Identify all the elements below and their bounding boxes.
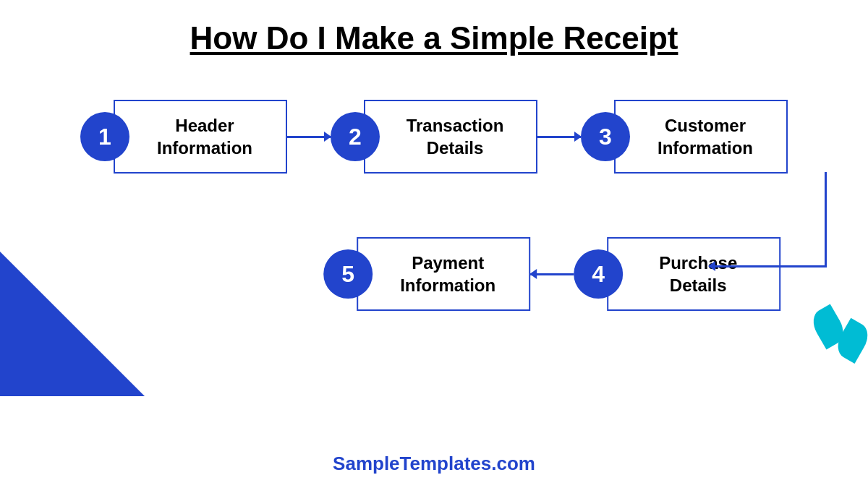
step-circle-3: 3 xyxy=(581,112,630,161)
step-box-1: HeaderInformation xyxy=(114,100,287,174)
step-circle-2: 2 xyxy=(331,112,380,161)
main-title: How Do I Make a Simple Receipt xyxy=(0,20,868,56)
step-box-5: PaymentInformation xyxy=(357,237,530,311)
step-group-5: 5 PaymentInformation xyxy=(323,237,530,311)
diagram: 1 HeaderInformation 2 TransactionDetails… xyxy=(0,78,868,396)
step-label-1: HeaderInformation xyxy=(157,114,252,159)
blue-triangle-decoration xyxy=(0,252,145,396)
step-group-1: 1 HeaderInformation xyxy=(80,100,287,174)
step-label-4: PurchaseDetails xyxy=(659,252,737,296)
bottom-row: 5 PaymentInformation 4 PurchaseDetails xyxy=(306,237,798,311)
step-circle-4: 4 xyxy=(574,249,623,299)
step-box-3: CustomerInformation xyxy=(614,100,788,174)
top-row: 1 HeaderInformation 2 TransactionDetails… xyxy=(54,100,814,174)
step-box-4: PurchaseDetails xyxy=(607,237,780,311)
footer: SampleTemplates.com xyxy=(0,453,868,475)
step-group-2: 2 TransactionDetails xyxy=(331,100,537,174)
teal-leaf-decoration xyxy=(820,305,846,382)
h-connector-3-4 xyxy=(709,265,827,267)
step-circle-5: 5 xyxy=(323,249,373,299)
footer-text: SampleTemplates.com xyxy=(333,453,535,474)
step-group-3: 3 CustomerInformation xyxy=(581,100,788,174)
title-area: How Do I Make a Simple Receipt xyxy=(0,0,868,64)
step-label-3: CustomerInformation xyxy=(658,114,753,159)
step-group-4: 4 PurchaseDetails xyxy=(574,237,780,311)
connector-1-2 xyxy=(287,136,331,138)
step-label-2: TransactionDetails xyxy=(407,114,504,159)
step-label-5: PaymentInformation xyxy=(400,252,495,296)
connector-2-3 xyxy=(537,136,581,138)
step-box-2: TransactionDetails xyxy=(364,100,537,174)
step-circle-1: 1 xyxy=(80,112,129,161)
vertical-connector-3-4 xyxy=(825,172,827,266)
connector-4-5 xyxy=(530,273,574,275)
